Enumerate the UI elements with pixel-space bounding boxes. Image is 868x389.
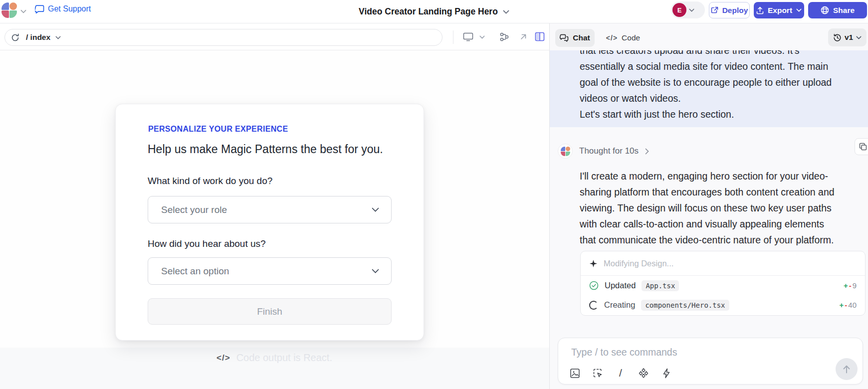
modal-eyebrow: PERSONALIZE YOUR EXPERIENCE xyxy=(148,125,288,134)
external-link-icon xyxy=(711,6,718,14)
path-chevron-down-icon[interactable] xyxy=(55,36,61,39)
chat-scroll-area[interactable]: that lets creators upload and share thei… xyxy=(550,50,868,389)
components-button[interactable] xyxy=(637,367,650,380)
chevron-down-icon xyxy=(796,8,802,12)
chevron-down-icon xyxy=(372,207,379,212)
diff-minus: - xyxy=(845,301,847,309)
select-cursor-icon xyxy=(593,368,603,379)
export-button[interactable]: Export xyxy=(754,2,804,18)
chevron-down-icon[interactable] xyxy=(503,10,509,14)
tab-code[interactable]: </> Code xyxy=(601,29,645,47)
chat-input-box[interactable]: / xyxy=(558,338,863,385)
quick-actions-button[interactable] xyxy=(660,367,673,380)
task-status-label: Modifying Design... xyxy=(604,259,673,268)
code-icon: </> xyxy=(606,34,618,42)
diff-minus: - xyxy=(849,281,852,290)
logo-shape xyxy=(1,10,9,18)
diff-count: 40 xyxy=(848,301,857,309)
project-title[interactable]: Video Creator Landing Page Hero xyxy=(359,6,498,17)
slash-command-button[interactable]: / xyxy=(614,367,627,380)
toolbar-separator xyxy=(453,30,453,44)
slash-icon: / xyxy=(619,367,622,379)
select-element-button[interactable] xyxy=(591,367,604,380)
history-icon xyxy=(833,33,842,42)
assistant-avatar xyxy=(558,144,573,159)
attach-image-button[interactable] xyxy=(568,367,581,380)
logo-shape xyxy=(566,147,570,151)
hear-about-select-value: Select an option xyxy=(161,266,229,277)
share-button[interactable]: Share xyxy=(808,2,867,18)
logo-shape xyxy=(9,2,17,10)
copy-icon xyxy=(859,143,867,151)
magic-patterns-logo[interactable] xyxy=(1,2,17,18)
tab-code-label: Code xyxy=(622,33,640,42)
task-card: Modifying Design... Updated App.tsx + - … xyxy=(580,251,866,316)
task-file-row[interactable]: Updated App.tsx + - 9 xyxy=(581,276,865,295)
chevron-right-icon xyxy=(645,148,649,155)
get-support-label: Get Support xyxy=(48,4,91,13)
get-support-button[interactable]: Get Support xyxy=(35,4,91,13)
preview-toolbar: / index xyxy=(0,23,549,50)
app-root: </> Code output is React. Video Creator … xyxy=(0,0,868,389)
task-action-label: Updated xyxy=(605,281,636,290)
deploy-label: Deploy xyxy=(722,6,748,15)
diff-count: 9 xyxy=(853,281,857,290)
account-menu[interactable]: E xyxy=(671,1,705,18)
assistant-message-text: I'll create a modern, engaging hero sect… xyxy=(580,168,835,248)
open-in-new-window-button[interactable] xyxy=(519,32,528,41)
send-button[interactable] xyxy=(836,358,858,380)
role-select[interactable]: Select your role xyxy=(148,196,392,223)
work-question-label: What kind of work do you do? xyxy=(148,176,272,187)
chevron-down-icon xyxy=(689,8,694,12)
diamond-cluster-icon xyxy=(638,368,649,379)
preview-empty-state: </> Code output is React. xyxy=(165,352,384,364)
thought-toggle[interactable]: Thought for 10s xyxy=(558,144,649,159)
preview-address-bar[interactable]: / index xyxy=(4,29,442,46)
task-file-row[interactable]: Creating components/Hero.tsx + - 40 xyxy=(581,295,865,315)
monitor-icon xyxy=(463,32,473,41)
file-chip: components/Hero.tsx xyxy=(641,300,729,311)
refresh-icon[interactable] xyxy=(11,33,19,42)
logo-shape xyxy=(9,10,17,18)
logo-shape xyxy=(561,152,565,156)
chat-bubbles-icon xyxy=(560,34,569,42)
lightning-icon xyxy=(662,368,670,379)
modal-heading: Help us make Magic Patterns the best for… xyxy=(148,143,383,156)
component-flow-button[interactable] xyxy=(499,32,509,42)
copy-message-button[interactable] xyxy=(855,138,868,155)
device-chevron-down-icon[interactable] xyxy=(479,35,485,39)
finish-button[interactable]: Finish xyxy=(148,298,392,325)
arrow-up-icon xyxy=(842,365,851,374)
diff-plus: + xyxy=(840,301,844,309)
image-icon xyxy=(570,368,580,379)
upload-icon xyxy=(756,6,764,14)
logo-shape xyxy=(561,147,565,151)
user-message-text: that lets creators upload and share thei… xyxy=(580,50,832,122)
logo-shape xyxy=(1,2,9,10)
workspace-chevron-down-icon[interactable] xyxy=(20,9,26,13)
hear-about-select[interactable]: Select an option xyxy=(148,257,392,285)
diff-plus: + xyxy=(844,281,848,290)
avatar: E xyxy=(672,3,686,17)
task-action-label: Creating xyxy=(604,300,635,310)
file-chip: App.tsx xyxy=(642,280,679,291)
app-header: Video Creator Landing Page Hero Get Supp… xyxy=(0,0,868,23)
export-label: Export xyxy=(768,6,792,15)
component-flow-icon xyxy=(499,32,509,42)
device-preview-button[interactable] xyxy=(463,32,473,41)
sparkle-icon xyxy=(589,259,598,268)
globe-icon xyxy=(821,6,829,14)
toggle-split-panel-button[interactable] xyxy=(535,32,545,41)
chat-input[interactable] xyxy=(571,344,781,360)
chat-bubble-icon xyxy=(35,5,44,13)
version-selector[interactable]: v1 xyxy=(828,28,867,46)
user-message-bubble: that lets creators upload and share thei… xyxy=(550,50,868,127)
diff-counts: + - 40 xyxy=(840,301,857,309)
preview-path: / index xyxy=(26,33,50,42)
arrow-up-right-icon xyxy=(519,32,528,41)
spinner-icon xyxy=(589,301,598,310)
tab-chat[interactable]: Chat xyxy=(555,29,595,47)
chat-input-toolbar: / xyxy=(568,367,673,380)
preview-empty-text: Code output is React. xyxy=(236,352,332,364)
deploy-button[interactable]: Deploy xyxy=(709,2,750,18)
